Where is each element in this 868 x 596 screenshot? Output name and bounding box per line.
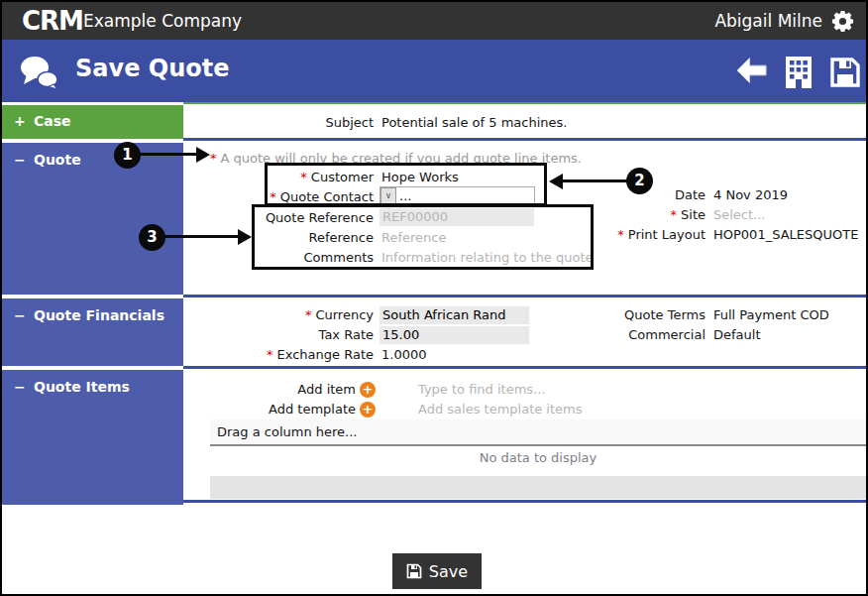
commercial-value[interactable]: Default xyxy=(713,325,761,345)
case-section-divider xyxy=(183,102,868,104)
sidebar-quote-items-label: Quote Items xyxy=(34,379,130,395)
callout-3-arrowhead xyxy=(238,229,252,245)
print-layout-label: *Print Layout xyxy=(557,225,705,245)
customer-label: *Customer xyxy=(183,168,374,187)
quote-warning-text: A quote will only be created if you add … xyxy=(221,151,582,166)
callout-3-arrow-line xyxy=(164,235,238,238)
add-template-label: Add template xyxy=(183,400,356,419)
collapse-minus-icon: − xyxy=(14,152,28,168)
callout-3: 3 xyxy=(139,224,165,251)
sidebar-section-quote[interactable]: −Quote xyxy=(2,143,183,295)
company-building-icon[interactable] xyxy=(784,56,814,93)
sidebar-section-case[interactable]: +Case xyxy=(2,105,183,139)
collapse-minus-icon: − xyxy=(14,379,28,395)
section-divider xyxy=(183,295,868,298)
app-window: CRM Example Company Abigail Milne Save Q… xyxy=(0,0,868,596)
quote-reference-label: Quote Reference xyxy=(183,208,374,228)
currency-input[interactable]: South African Rand xyxy=(380,306,529,324)
required-asterisk: * xyxy=(210,151,217,166)
callout-1-arrowhead xyxy=(196,147,210,163)
sidebar-case-label: Case xyxy=(34,113,71,129)
top-bar: CRM Example Company Abigail Milne xyxy=(2,2,866,40)
subject-value: Potential sale of 5 machines. xyxy=(381,113,567,133)
add-template-plus-icon[interactable]: + xyxy=(360,402,376,417)
quote-reference-input: REF00000 xyxy=(380,208,534,226)
required-asterisk: * xyxy=(270,189,276,204)
company-name: Example Company xyxy=(83,11,242,31)
customer-value: Hope Works xyxy=(381,168,459,187)
required-asterisk: * xyxy=(305,307,312,322)
callout-1: 1 xyxy=(114,142,141,169)
user-name[interactable]: Abigail Milne xyxy=(714,11,822,31)
callout-2: 2 xyxy=(626,168,653,194)
required-asterisk: * xyxy=(300,170,307,184)
subject-label: Subject xyxy=(183,113,374,133)
grid-group-by-area[interactable]: Drag a column here... xyxy=(210,419,866,446)
quote-contact-field[interactable]: ∨ ... xyxy=(380,186,535,205)
save-button-disk-icon xyxy=(406,563,422,579)
sidebar-quote-label: Quote xyxy=(34,152,81,168)
site-label: *Site xyxy=(557,205,705,225)
callout-1-arrow-line xyxy=(140,153,197,156)
save-disk-icon[interactable] xyxy=(829,56,861,93)
exchange-rate-label: *Exchange Rate xyxy=(183,345,374,365)
crm-logo: CRM xyxy=(22,6,83,36)
collapse-minus-icon: − xyxy=(14,307,28,323)
add-item-plus-icon[interactable]: + xyxy=(360,382,376,398)
commercial-label: Commercial xyxy=(557,325,705,345)
callout-2-arrowhead xyxy=(549,174,563,189)
tax-rate-label: Tax Rate xyxy=(183,325,374,345)
sidebar-quote-financials-label: Quote Financials xyxy=(34,307,164,323)
quote-contact-label: *Quote Contact xyxy=(183,187,374,207)
required-asterisk: * xyxy=(671,207,678,222)
currency-label: *Currency xyxy=(183,305,374,325)
quote-contact-value[interactable]: ... xyxy=(396,188,411,203)
expand-plus-icon: + xyxy=(14,113,28,129)
callout-2-arrow-line xyxy=(563,179,628,182)
quote-terms-value[interactable]: Full Payment COD xyxy=(713,305,829,325)
quote-terms-label: Quote Terms xyxy=(557,305,705,325)
required-asterisk: * xyxy=(267,347,273,362)
tax-rate-input[interactable]: 15.00 xyxy=(380,326,529,344)
comments-input[interactable]: Information relating to the quote xyxy=(381,248,594,268)
required-asterisk: * xyxy=(617,227,624,242)
save-button-label: Save xyxy=(429,562,468,581)
section-divider xyxy=(183,366,868,369)
print-layout-value[interactable]: HOP001_SALESQUOTE xyxy=(713,225,858,245)
back-icon[interactable] xyxy=(735,56,768,89)
site-select[interactable]: Select... xyxy=(713,205,766,225)
page-title: Save Quote xyxy=(75,55,229,82)
add-item-search-input[interactable]: Type to find items... xyxy=(418,380,546,400)
grid-footer-bar xyxy=(210,476,866,499)
reference-label: Reference xyxy=(183,228,374,248)
sidebar-section-quote-financials[interactable]: −Quote Financials xyxy=(2,298,183,366)
settings-gear-icon[interactable] xyxy=(829,8,856,35)
save-button[interactable]: Save xyxy=(392,553,482,589)
quote-chat-icon xyxy=(18,54,61,95)
date-value[interactable]: 4 Nov 2019 xyxy=(713,185,788,205)
quote-warning: *A quote will only be created if you add… xyxy=(210,149,582,169)
section-divider xyxy=(183,138,868,141)
comments-label: Comments xyxy=(183,248,374,268)
add-template-input[interactable]: Add sales template items xyxy=(418,400,583,419)
reference-input[interactable]: Reference xyxy=(381,228,446,248)
section-divider xyxy=(183,500,868,503)
title-bar: Save Quote xyxy=(2,40,866,102)
sidebar-section-quote-items[interactable]: −Quote Items xyxy=(2,370,183,505)
grid-empty-message: No data to display xyxy=(210,450,866,465)
chevron-down-icon[interactable]: ∨ xyxy=(380,187,396,204)
exchange-rate-value[interactable]: 1.0000 xyxy=(381,345,427,365)
add-item-label: Add item xyxy=(183,380,356,400)
